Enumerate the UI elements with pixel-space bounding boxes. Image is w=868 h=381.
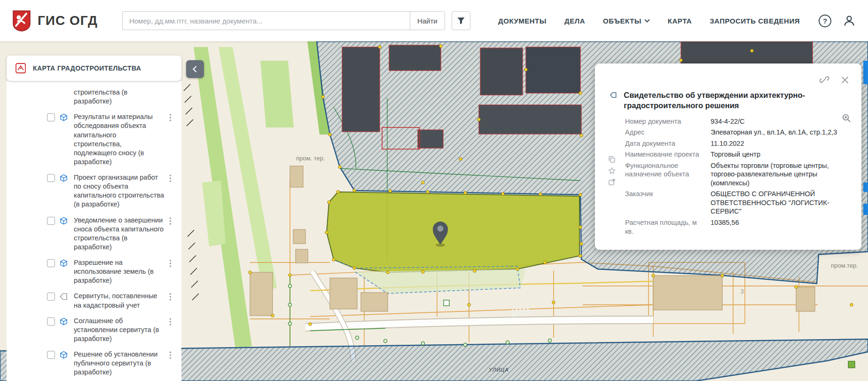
layer-checkbox[interactable] (47, 293, 55, 301)
label-parcel-number: 3 (741, 288, 744, 295)
kebab-menu-icon (169, 318, 172, 326)
card-title-row: Свидетельство об утверждении архитектурн… (595, 64, 861, 111)
panel-collapse-button[interactable] (186, 60, 204, 78)
layer-type-icon (60, 293, 69, 301)
layer-list-item[interactable]: Сервитуты, поставленные на кадастровый у… (7, 288, 181, 313)
layer-type-icon (60, 174, 69, 182)
search-bar: Найти (122, 11, 470, 30)
layer-menu-button[interactable] (169, 217, 177, 225)
layer-label: Разрешение на использование земель (в ра… (74, 258, 164, 285)
label-prom-ter-1: пром. тер. (296, 155, 325, 162)
kebab-menu-icon (169, 113, 172, 122)
map-control-1[interactable] (863, 183, 868, 192)
city-map-icon (15, 63, 26, 74)
cube-icon (60, 318, 68, 325)
layer-checkbox[interactable] (47, 259, 55, 267)
layer-checkbox[interactable] (47, 174, 55, 182)
field-label: Расчетная площадь, м кв. (625, 218, 706, 236)
app-title: ГИС ОГД (38, 13, 98, 28)
field-label: Дата документа (625, 139, 706, 148)
main-nav: ДОКУМЕНТЫ ДЕЛА ОБЪЕКТЫ КАРТА ЗАПРОСИТЬ С… (498, 17, 800, 25)
layer-label: Сервитуты, поставленные на кадастровый у… (74, 292, 164, 310)
layers-list: строительства (в разработке)Результаты и… (7, 81, 181, 381)
close-icon[interactable] (841, 76, 849, 84)
map-scrollbar[interactable] (863, 61, 868, 84)
layer-menu-button[interactable] (169, 293, 177, 301)
layer-menu-button[interactable] (169, 113, 177, 122)
cube-icon (60, 174, 68, 182)
layer-type-icon (60, 351, 69, 359)
layer-menu-button[interactable] (169, 259, 177, 268)
layer-label: Проект организации работ по сносу объект… (74, 173, 164, 209)
map-area[interactable]: пром. тер. пром.тер. 3 УЛИЦА (0, 41, 868, 381)
map-control-2[interactable] (863, 204, 868, 215)
label-prom-ter-2: пром.тер. (831, 262, 858, 269)
layer-menu-button[interactable] (169, 174, 177, 183)
label-street: УЛИЦА (488, 367, 509, 373)
field-value: ОБЩЕСТВО С ОГРАНИЧЕННОЙ ОТВЕТСТВЕННОСТЬЮ… (711, 190, 849, 216)
layer-menu-button[interactable] (169, 318, 177, 326)
document-title: Свидетельство об утверждении архитектурн… (624, 90, 816, 111)
funnel-icon (456, 16, 466, 25)
help-icon[interactable]: ? (819, 15, 831, 27)
kebab-menu-icon (169, 351, 172, 359)
nav-map[interactable]: КАРТА (668, 17, 692, 25)
cube-icon (60, 259, 68, 267)
cube-icon (60, 217, 68, 225)
layer-checkbox[interactable] (47, 351, 55, 359)
layer-list-item[interactable]: Соглашение об установлении сервитута (в … (7, 313, 181, 347)
field-value: Объекты торговли (торговые центры, торго… (711, 161, 849, 188)
layer-list-item[interactable]: строительства (в разработке) (7, 85, 181, 109)
layer-list-item[interactable]: Результаты и материалы обследования объе… (7, 109, 181, 170)
search-input[interactable] (122, 11, 410, 30)
header-icons: ? (819, 14, 856, 27)
star-icon[interactable] (608, 167, 616, 175)
user-icon[interactable] (843, 14, 856, 27)
find-button[interactable]: Найти (410, 11, 445, 30)
top-bar: ГИС ОГД Найти ДОКУМЕНТЫ ДЕЛА ОБЪЕКТЫ КАР… (0, 0, 868, 41)
chevron-down-icon (644, 19, 650, 23)
layer-list-item[interactable]: Разрешение на использование земель (в ра… (7, 255, 181, 288)
kebab-menu-icon (169, 217, 172, 225)
filter-button[interactable] (452, 11, 470, 30)
app-logo[interactable]: ГИС ОГД (12, 10, 98, 32)
layer-list-item[interactable]: Уведомление о завершении сноса объекта к… (7, 213, 181, 255)
field-label: Функциональное назначение объекта (625, 161, 706, 188)
copy-icon[interactable] (608, 156, 616, 163)
nav-objects[interactable]: ОБЪЕКТЫ (603, 17, 650, 25)
layers-panel-title: КАРТА ГРАДОСТРОИТЕЛЬСТВА (33, 64, 141, 72)
magnifier-plus-icon (842, 113, 851, 123)
card-actions (820, 75, 849, 85)
layer-label: Результаты и материалы обследования объе… (74, 112, 164, 167)
pentagon-icon (60, 293, 68, 301)
nav-objects-label: ОБЪЕКТЫ (603, 17, 641, 25)
field-label: Наименование проекта (625, 150, 706, 159)
cube-icon (60, 113, 68, 121)
document-fields: Номер документа934-4-22/САдресЭлеваторна… (595, 117, 861, 236)
document-info-card: Свидетельство об утверждении архитектурн… (595, 64, 861, 250)
field-label: Номер документа (625, 117, 706, 126)
layer-label: Соглашение об установлении сервитута (в … (74, 317, 164, 343)
layer-menu-button[interactable] (169, 351, 177, 359)
nav-cases[interactable]: ДЕЛА (564, 17, 585, 25)
layer-type-icon (60, 113, 69, 121)
layer-type-icon (60, 259, 69, 267)
nav-request-info[interactable]: ЗАПРОСИТЬ СВЕДЕНИЯ (710, 17, 800, 25)
layer-type-icon (60, 318, 69, 325)
layer-checkbox[interactable] (47, 217, 55, 225)
layer-checkbox[interactable] (47, 113, 55, 121)
layer-label: строительства (в разработке) (74, 88, 164, 106)
export-icon[interactable] (608, 178, 616, 186)
layers-panel-header: КАРТА ГРАДОСТРОИТЕЛЬСТВА (7, 56, 181, 81)
zoom-to-object-button[interactable] (842, 113, 851, 123)
nav-documents[interactable]: ДОКУМЕНТЫ (498, 17, 547, 25)
layer-list-item[interactable]: Решение об установлении публичного серви… (7, 347, 181, 380)
kebab-menu-icon (169, 174, 172, 183)
kebab-menu-icon (169, 293, 172, 301)
document-type-pentagon-icon (610, 90, 617, 100)
layer-checkbox[interactable] (47, 318, 55, 325)
layer-label: Решение об установлении публичного серви… (74, 350, 164, 377)
copy-link-icon[interactable] (820, 75, 829, 85)
layer-label: Уведомление о завершении сноса объекта к… (74, 216, 164, 252)
layer-list-item[interactable]: Проект организации работ по сносу объект… (7, 170, 181, 213)
